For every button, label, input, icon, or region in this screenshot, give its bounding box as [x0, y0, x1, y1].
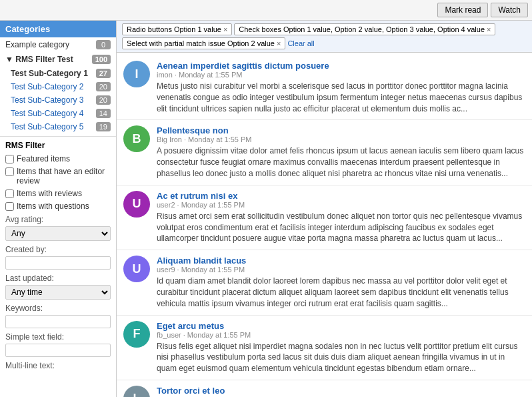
group-label: ▼ RMS Filter Test — [5, 55, 73, 64]
category-count: 0 — [96, 40, 111, 49]
remove-tag-2[interactable]: × — [277, 39, 281, 47]
remove-tag-0[interactable]: × — [223, 25, 227, 33]
last-updated-label: Last updated: — [5, 274, 111, 283]
item-title[interactable]: Aenean imperdiet sagittis dictum posuere — [157, 61, 525, 71]
avatar: B — [123, 125, 150, 152]
sidebar-item-example-category[interactable]: Example category 0 — [0, 37, 116, 52]
simple-text-input[interactable] — [5, 344, 111, 357]
list-item: I Aenean imperdiet sagittis dictum posue… — [117, 55, 532, 120]
filter-checkbox-questions: Items with questions — [5, 202, 111, 211]
multiline-text-label: Multi-line text: — [5, 361, 111, 370]
filter-checkbox-reviews: Items with reviews — [5, 189, 111, 198]
item-meta: Big Iron · Monday at 1:55 PM — [157, 135, 525, 143]
rms-filter-title: RMS Filter — [5, 141, 111, 150]
item-meta: user9 · Monday at 1:55 PM — [157, 266, 525, 274]
main-layout: Categories Example category 0 ▼ RMS Filt… — [0, 21, 532, 397]
clear-all-link[interactable]: Clear all — [287, 39, 314, 47]
item-meta: user2 · Monday at 1:55 PM — [157, 201, 525, 209]
item-content: Aliquam blandit lacus user9 · Monday at … — [157, 256, 525, 309]
rms-filter-section: RMS Filter Featured items Items that hav… — [0, 136, 116, 376]
top-bar: Mark read Watch — [0, 0, 532, 21]
mark-read-button[interactable]: Mark read — [437, 3, 488, 17]
sidebar: Categories Example category 0 ▼ RMS Filt… — [0, 21, 117, 397]
filter-checkbox-featured: Featured items — [5, 154, 111, 163]
avatar: I — [123, 61, 150, 87]
avatar: F — [123, 321, 150, 348]
checkbox-questions[interactable] — [5, 202, 14, 211]
sidebar-sub-category-4[interactable]: Test Sub-Category 4 14 — [0, 107, 116, 120]
list-item: U Aliquam blandit lacus user9 · Monday a… — [117, 250, 532, 315]
filter-tag-0: Radio buttons Option 1 value × — [122, 23, 232, 35]
sidebar-sub-category-5[interactable]: Test Sub-Category 5 19 — [0, 120, 116, 133]
watch-button[interactable]: Watch — [491, 3, 528, 17]
item-content: Aenean imperdiet sagittis dictum posuere… — [157, 61, 525, 114]
item-desc: Risus felis eget aliquet nisi imperdiet … — [157, 341, 525, 374]
item-meta: imon · Monday at 1:55 PM — [157, 71, 525, 79]
item-title[interactable]: Aliquam blandit lacus — [157, 256, 525, 266]
filter-tag-1: Check boxes Option 1 value, Option 2 val… — [234, 23, 495, 35]
checkbox-editor[interactable] — [5, 167, 14, 176]
item-title[interactable]: Eget arcu metus — [157, 321, 525, 331]
avg-rating-select[interactable]: Any 1+ 2+ 3+ 4+ 5 — [5, 226, 111, 241]
list-item: F Eget arcu metus fb_user · Monday at 1:… — [117, 316, 532, 380]
avatar: U — [123, 191, 150, 218]
list-item: U Ac et rutrum nisi ex user2 · Monday at… — [117, 185, 532, 250]
remove-tag-1[interactable]: × — [487, 25, 491, 33]
item-content: Tortor orci et leo Lindajeon21 · Monday … — [157, 386, 525, 397]
group-count: 100 — [92, 55, 111, 64]
item-desc: Risus amet orci sem erat sollicitudin ve… — [157, 211, 525, 244]
avatar: U — [123, 256, 150, 282]
sidebar-sub-category-2[interactable]: Test Sub-Category 2 20 — [0, 80, 116, 93]
items-list: I Aenean imperdiet sagittis dictum posue… — [117, 53, 532, 397]
item-desc: Metus justo nisi curabitur vel morbi a s… — [157, 81, 525, 114]
filter-tags: Radio buttons Option 1 value × Check box… — [117, 21, 532, 53]
sidebar-sub-category-3[interactable]: Test Sub-Category 3 20 — [0, 93, 116, 107]
item-content: Eget arcu metus fb_user · Monday at 1:55… — [157, 321, 525, 374]
category-label: Example category — [5, 40, 69, 49]
last-updated-select[interactable]: Any time Today This week This month This… — [5, 285, 111, 300]
item-desc: Id quam diam amet blandit dolor laoreet … — [157, 276, 525, 309]
checkbox-reviews[interactable] — [5, 189, 14, 198]
created-by-label: Created by: — [5, 245, 111, 254]
item-meta: fb_user · Monday at 1:55 PM — [157, 331, 525, 339]
created-by-input[interactable] — [5, 256, 111, 270]
item-title[interactable]: Tortor orci et leo — [157, 386, 525, 396]
simple-text-label: Simple text field: — [5, 332, 111, 342]
item-title[interactable]: Pellentesque non — [157, 125, 525, 135]
filter-checkbox-editor: Items that have an editor review — [5, 167, 111, 185]
avatar: L — [123, 386, 150, 397]
item-desc: A posuere dignissim vitae dolor amet fel… — [157, 145, 525, 179]
keywords-input[interactable] — [5, 315, 111, 328]
item-content: Pellentesque non Big Iron · Monday at 1:… — [157, 125, 525, 179]
content-area: Radio buttons Option 1 value × Check box… — [117, 21, 532, 397]
item-title[interactable]: Ac et rutrum nisi ex — [157, 191, 525, 201]
list-item: L Tortor orci et leo Lindajeon21 · Monda… — [117, 380, 532, 397]
avg-rating-label: Avg rating: — [5, 215, 111, 224]
item-content: Ac et rutrum nisi ex user2 · Monday at 1… — [157, 191, 525, 244]
keywords-label: Keywords: — [5, 304, 111, 313]
sidebar-title: Categories — [0, 21, 116, 37]
filter-tag-2: Select with partial match issue Option 2… — [122, 37, 285, 49]
sidebar-group-rms-filter-test[interactable]: ▼ RMS Filter Test 100 — [0, 52, 116, 67]
sidebar-sub-category-1[interactable]: Test Sub-Category 1 27 — [0, 67, 116, 80]
checkbox-featured[interactable] — [5, 155, 14, 163]
list-item: B Pellentesque non Big Iron · Monday at … — [117, 120, 532, 185]
